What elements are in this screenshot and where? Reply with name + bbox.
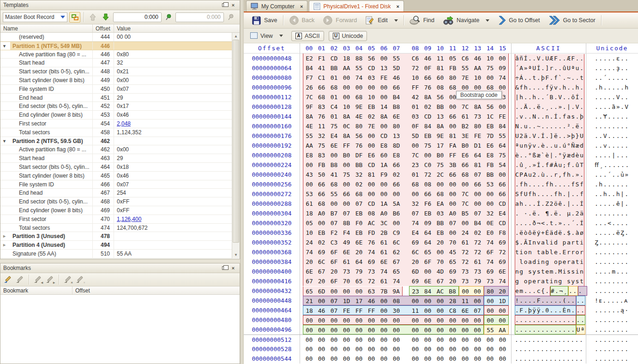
hex-byte[interactable]: B0 (434, 150, 446, 160)
hex-byte[interactable]: 07 (471, 170, 484, 179)
hex-byte[interactable]: 01 (328, 92, 340, 102)
hex-byte[interactable]: 00 (484, 296, 496, 305)
hex-byte[interactable]: 72 (459, 257, 471, 267)
hex-byte[interactable]: 21 (303, 296, 315, 305)
hex-byte[interactable]: 00 (484, 354, 496, 364)
hex-byte[interactable]: 20 (315, 276, 328, 286)
hex-byte[interactable]: 65 (446, 257, 459, 267)
hex-byte[interactable]: AA (496, 325, 509, 334)
hex-byte[interactable]: 8B (340, 218, 353, 228)
hex-byte[interactable]: 74 (303, 247, 315, 257)
hex-byte[interactable]: 07 (446, 218, 459, 228)
hex-byte[interactable]: 60 (378, 150, 390, 160)
hex-byte[interactable]: 81 (471, 160, 484, 170)
hex-byte[interactable]: 69 (315, 247, 328, 257)
hex-byte[interactable]: 28 (446, 296, 459, 305)
hex-byte[interactable]: 72 (421, 170, 434, 179)
hex-byte[interactable]: 00 (328, 344, 340, 354)
hex-byte[interactable]: 6D (403, 267, 421, 276)
hex-byte[interactable]: 00 (365, 189, 378, 199)
unicode-text[interactable]: .....ëȤ. (586, 228, 638, 238)
hex-byte[interactable]: 84 (421, 121, 434, 131)
hex-byte[interactable]: CD (496, 199, 509, 209)
hex-byte[interactable]: 00 (340, 344, 353, 354)
hex-byte[interactable]: 00 (365, 179, 378, 189)
hex-byte[interactable]: 07 (353, 199, 365, 209)
ascii-text[interactable]: ÷Á..t.þF.f`.~..t (512, 73, 586, 83)
ascii-text[interactable]: .ëòôëý+Éädë.$.àø (512, 228, 586, 238)
hex-byte[interactable]: 00 (434, 305, 446, 315)
hex-byte[interactable]: 74 (496, 276, 509, 286)
hex-byte[interactable]: 6D (315, 286, 328, 296)
hex-byte[interactable]: 00 (340, 83, 353, 92)
hex-byte[interactable]: 32 (403, 199, 421, 209)
hex-byte[interactable]: 20 (403, 257, 421, 267)
hex-byte[interactable]: E4 (328, 131, 340, 141)
ascii-text[interactable]: .v..N..n.Í.fas.þ (512, 112, 586, 121)
collapse-icon[interactable]: ▾ (3, 42, 10, 50)
hex-byte[interactable]: 63 (365, 286, 378, 296)
hex-byte[interactable]: 55 (459, 63, 471, 73)
hex-byte[interactable]: 67 (303, 276, 315, 286)
hex-byte[interactable]: EB (315, 228, 328, 238)
hex-byte[interactable]: 10 (471, 73, 484, 83)
hex-byte[interactable]: 3E (459, 131, 471, 141)
hex-byte[interactable]: 00 (496, 315, 509, 325)
hex-byte[interactable]: B8 (390, 102, 403, 112)
hex-byte[interactable]: 69 (403, 276, 421, 286)
close-panel-button[interactable]: × (229, 265, 237, 271)
hex-byte[interactable]: 80 (390, 121, 403, 131)
unicode-toggle-button[interactable]: U Unicode (329, 31, 367, 41)
hex-byte[interactable]: 00 (421, 344, 434, 354)
hex-byte[interactable]: 68 (353, 189, 365, 199)
hex-byte[interactable]: 00 (434, 325, 446, 334)
ascii-text[interactable]: .fh....fh....fSf (512, 179, 586, 189)
hex-byte[interactable]: 00 (421, 315, 434, 325)
hex-byte[interactable]: 1A (378, 199, 390, 209)
hex-byte[interactable]: 00 (353, 325, 365, 334)
hex-byte[interactable]: 73 (471, 267, 484, 276)
hex-byte[interactable]: 69 (403, 238, 421, 247)
ascii-text[interactable]: $.ÃInvalid parti (512, 238, 586, 247)
hex-byte[interactable]: 00 (496, 305, 509, 315)
hex-byte[interactable]: F9 (378, 170, 390, 179)
hex-byte[interactable]: 00 (328, 315, 340, 325)
hex-byte[interactable]: B0 (459, 141, 471, 150)
hex-byte[interactable]: 13 (390, 131, 403, 141)
hex-byte[interactable]: 61 (378, 276, 390, 286)
ascii-text[interactable]: g operating syst (512, 276, 586, 286)
ascii-text[interactable]: .F.þÿÿ.0...Èn... (512, 305, 586, 315)
hex-byte[interactable]: 00 (446, 179, 459, 189)
hex-byte[interactable]: 00 (365, 83, 378, 92)
hex-byte[interactable]: 66 (390, 179, 403, 189)
hex-byte[interactable]: 61 (459, 238, 471, 247)
hex-byte[interactable]: 00 (378, 189, 390, 199)
hex-byte[interactable]: 66 (315, 83, 328, 92)
hex-byte[interactable]: 61 (303, 199, 315, 209)
hex-byte[interactable]: 07 (403, 209, 421, 218)
hex-byte[interactable]: 68 (459, 170, 471, 179)
hex-byte[interactable]: 05 (446, 54, 459, 63)
hex-byte[interactable]: E6 (365, 150, 378, 160)
hex-byte[interactable]: 00 (446, 102, 459, 112)
hex-byte[interactable]: 20 (303, 257, 315, 267)
hex-byte[interactable]: E6 (459, 150, 471, 160)
hex-byte[interactable]: 72 (459, 247, 471, 257)
hex-byte[interactable]: 00 (340, 286, 353, 296)
hex-byte[interactable]: 72 (403, 63, 421, 73)
template-row[interactable]: (reserved)44400 00 (0, 33, 233, 42)
hex-byte[interactable]: 70 (434, 257, 446, 267)
hex-byte[interactable]: 03 (365, 73, 378, 83)
hex-byte[interactable]: 01 (403, 102, 421, 112)
hex-byte[interactable]: 75 (496, 150, 509, 160)
hex-byte[interactable]: 00 (378, 296, 390, 305)
hex-byte[interactable]: 10 (365, 92, 378, 102)
hex-byte[interactable]: 00 (365, 354, 378, 364)
hex-byte[interactable]: 80 (471, 121, 484, 131)
hex-byte[interactable]: 00 (365, 335, 378, 345)
hex-byte[interactable]: B8 (446, 286, 459, 296)
template-row[interactable]: Total sectors474124,700,672 (0, 224, 233, 233)
unicode-text[interactable]: ........ (586, 121, 638, 131)
hex-byte[interactable]: 68 (403, 179, 421, 189)
hex-byte[interactable]: 75 (328, 121, 340, 131)
